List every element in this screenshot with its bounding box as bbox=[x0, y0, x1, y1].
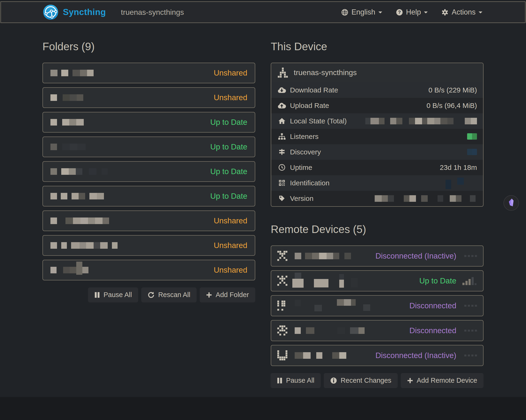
this-device-identicon-glyph bbox=[278, 68, 288, 78]
remote-device-row[interactable]: Up to Date bbox=[271, 270, 484, 291]
question-circle-icon: ? bbox=[396, 9, 403, 16]
redacted-block bbox=[415, 118, 422, 124]
redacted-block bbox=[471, 118, 477, 124]
redacted-block bbox=[456, 195, 462, 202]
info-circle-icon bbox=[330, 377, 337, 384]
folder-row[interactable]: Unshared bbox=[42, 235, 255, 256]
redacted-block bbox=[51, 193, 57, 199]
remote-device-status: Disconnected bbox=[409, 301, 456, 310]
globe-icon bbox=[341, 9, 348, 16]
cloud-up-icon bbox=[277, 102, 286, 109]
pause-all-folders-button[interactable]: Pause All bbox=[88, 287, 138, 302]
redacted-block bbox=[295, 327, 301, 334]
folder-row[interactable]: Up to Date bbox=[42, 112, 255, 133]
folder-row[interactable]: Up to Date bbox=[42, 161, 255, 182]
redacted-block bbox=[351, 299, 356, 306]
device-info-label: Discovery bbox=[290, 148, 321, 156]
device-info-value: 0 B/s (229 MiB) bbox=[428, 86, 477, 94]
this-device-table: Download Rate0 B/s (229 MiB)Upload Rate0… bbox=[271, 82, 483, 206]
device-info-row: Identification bbox=[271, 175, 483, 191]
redacted-block bbox=[51, 143, 57, 150]
remote-devices-list: Disconnected (Inactive)Up to DateDisconn… bbox=[271, 246, 484, 366]
folder-status: Unshared bbox=[214, 69, 247, 77]
obsidian-icon bbox=[507, 198, 516, 208]
redacted-block bbox=[94, 242, 100, 249]
redacted-block bbox=[295, 352, 303, 359]
this-device-panel-header: truenas-syncthings bbox=[271, 63, 483, 82]
remote-device-status: Up to Date bbox=[419, 277, 456, 285]
remote-device-row[interactable]: Disconnected (Inactive) bbox=[271, 345, 484, 366]
add-folder-button[interactable]: Add Folder bbox=[200, 287, 255, 302]
obsidian-clipper-button[interactable] bbox=[504, 195, 519, 211]
sitemap-icon bbox=[277, 133, 286, 140]
redacted-block bbox=[305, 253, 312, 259]
folder-name-redacted bbox=[51, 143, 86, 150]
remote-device-row[interactable]: Disconnected bbox=[271, 295, 484, 316]
home-icon bbox=[277, 118, 286, 124]
redacted-block bbox=[363, 304, 370, 311]
pause-all-devices-button[interactable]: Pause All bbox=[271, 373, 321, 388]
redacted-block bbox=[470, 195, 475, 202]
device-info-value: 23d 1h 18m bbox=[440, 164, 477, 172]
redacted-block bbox=[437, 195, 443, 202]
redacted-block bbox=[76, 168, 82, 175]
remote-device-identicon bbox=[277, 276, 288, 286]
remote-device-identicon bbox=[277, 301, 288, 311]
this-device-heading: This Device bbox=[271, 40, 484, 53]
chevron-down-icon bbox=[378, 11, 382, 15]
button-label: Recent Changes bbox=[341, 377, 391, 384]
this-device-name: truenas-syncthings bbox=[294, 68, 357, 77]
redacted-block bbox=[80, 70, 87, 76]
redacted-block bbox=[351, 278, 358, 287]
redacted-block bbox=[409, 195, 416, 202]
connection-quality-dots-icon bbox=[462, 354, 477, 357]
connection-quality-dots-icon bbox=[462, 329, 477, 332]
recent-changes-button[interactable]: Recent Changes bbox=[324, 373, 398, 388]
folders-heading: Folders (9) bbox=[42, 40, 255, 53]
redacted-block bbox=[80, 242, 86, 249]
redacted-block bbox=[71, 193, 79, 199]
remote-device-name-redacted bbox=[295, 327, 364, 334]
remote-device-row[interactable]: Disconnected bbox=[271, 320, 484, 341]
tag-icon bbox=[277, 195, 286, 202]
devices-section: This Device truenas-syncthings Download … bbox=[271, 22, 484, 388]
brand-link[interactable]: Syncthing bbox=[63, 7, 106, 17]
redacted-block bbox=[70, 143, 77, 150]
navbar: Syncthing truenas-syncthings English ? H… bbox=[0, 1, 526, 23]
chevron-down-icon bbox=[479, 11, 482, 15]
pause-icon bbox=[94, 292, 100, 298]
remote-devices-heading: Remote Devices (5) bbox=[271, 223, 484, 236]
redacted-block bbox=[396, 118, 402, 124]
folder-row[interactable]: Unshared bbox=[42, 87, 255, 108]
brand-wrap: Syncthing bbox=[43, 4, 106, 20]
folder-row[interactable]: Unshared bbox=[42, 260, 255, 280]
redacted-block bbox=[51, 242, 57, 249]
remote-device-row[interactable]: Disconnected (Inactive) bbox=[271, 246, 484, 266]
actions-menu[interactable]: Actions bbox=[441, 8, 482, 16]
add-remote-device-button[interactable]: Add Remote Device bbox=[401, 373, 484, 388]
redacted-block bbox=[112, 242, 118, 249]
redacted-block bbox=[70, 94, 77, 101]
redacted-block bbox=[316, 352, 322, 359]
device-info-row: Version bbox=[271, 191, 483, 206]
device-info-row: Local State (Total) bbox=[271, 113, 483, 129]
plus-icon bbox=[407, 378, 413, 384]
rescan-all-button[interactable]: Rescan All bbox=[141, 287, 197, 302]
status-badge bbox=[467, 149, 477, 155]
redacted-block bbox=[71, 242, 80, 249]
this-device-panel: truenas-syncthings Download Rate0 B/s (2… bbox=[271, 63, 484, 207]
folder-row[interactable]: Up to Date bbox=[42, 137, 255, 157]
help-menu[interactable]: ? Help bbox=[396, 8, 428, 16]
folder-row[interactable]: Unshared bbox=[42, 63, 255, 83]
folder-status: Unshared bbox=[214, 266, 247, 275]
folder-status: Up to Date bbox=[210, 192, 247, 201]
redacted-block bbox=[382, 195, 388, 202]
folder-row[interactable]: Unshared bbox=[42, 210, 255, 231]
folder-row[interactable]: Up to Date bbox=[42, 186, 255, 206]
redacted-block bbox=[76, 119, 84, 125]
redacted-block bbox=[69, 168, 76, 175]
redacted-block bbox=[51, 119, 57, 125]
language-menu[interactable]: English bbox=[341, 8, 382, 16]
folder-status: Up to Date bbox=[210, 143, 247, 151]
redacted-block bbox=[77, 94, 83, 101]
